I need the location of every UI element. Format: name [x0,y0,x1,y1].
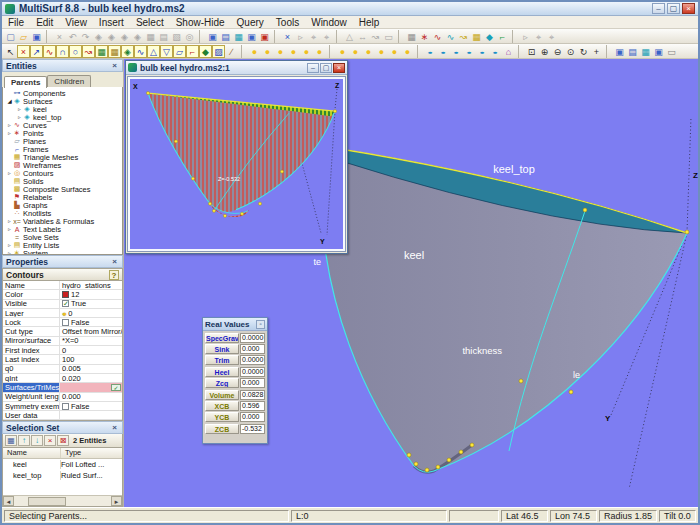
real-value-field-specgrav[interactable]: 0.0000 [240,333,265,343]
property-row-weight-unit-length[interactable]: Weight/unit length0.000 [3,393,122,402]
new-file-icon[interactable]: ▢ [4,30,17,43]
expand-icon[interactable]: ▹ [16,106,23,112]
property-value[interactable]: 12 [60,290,122,298]
cut-icon[interactable]: × [53,30,66,43]
tree-item-triangle-meshes[interactable]: ▦Triangle Meshes [3,153,122,161]
menu-file[interactable]: File [2,16,30,29]
real-value-button-volume[interactable]: Volume [205,390,239,400]
gem-teal-icon[interactable]: ◆ [483,30,496,43]
tree-item-entity-lists[interactable]: ▹▤Entity Lists [3,241,122,249]
view-wireframe-icon[interactable]: ▣ [206,30,219,43]
eval-surface-icon[interactable]: ◈ [118,30,131,43]
property-value[interactable]: ✓ [60,383,122,391]
menu-show-hide[interactable]: Show-Hide [170,16,231,29]
real-value-button-ycb[interactable]: YCB [205,412,239,422]
property-row-qint[interactable]: qInt0.020 [3,374,122,383]
expand-icon[interactable]: ▹ [16,114,23,120]
bulb-toggle-icon[interactable]: ● [313,45,326,58]
pick-2-icon[interactable]: ⌖ [545,30,558,43]
insert-mesh-icon[interactable]: ▦ [108,45,121,58]
minimize-button[interactable]: – [652,3,665,14]
property-value[interactable]: ✓True [60,300,122,308]
inset-restore-button[interactable]: ▢ [320,63,332,73]
expand-icon[interactable]: ▹ [6,242,13,248]
project-icon[interactable]: ▭ [382,30,395,43]
bulb2-show-selected-icon[interactable]: ● [375,45,388,58]
remove-all-icon[interactable]: ⊠ [57,435,69,446]
menu-help[interactable]: Help [353,16,386,29]
property-value[interactable]: *X=0 [60,337,122,345]
property-value[interactable]: 0 [60,346,122,354]
property-value[interactable]: ●0 [60,309,122,317]
bulb-show-all-icon[interactable]: ● [248,45,261,58]
menu-view[interactable]: View [59,16,93,29]
menu-tools[interactable]: Tools [270,16,305,29]
real-value-field-sink[interactable]: 0.000 [240,344,265,354]
redo-icon[interactable]: ↷ [79,30,92,43]
remove-icon[interactable]: × [44,435,56,446]
bulb2-show-icon[interactable]: ● [349,45,362,58]
inset-3d-scene[interactable]: Z=-0.532 X Z Y [130,79,343,249]
open-folder-icon[interactable]: ▱ [17,30,30,43]
property-row-lock[interactable]: LockFalse [3,318,122,327]
property-value[interactable] [60,411,122,419]
expand-icon[interactable]: ▹ [6,226,13,232]
point-red-icon[interactable]: ∗ [418,30,431,43]
selection-row-keel-top[interactable]: keel_topRuled Surf... [3,470,122,481]
property-row-cut-type[interactable]: Cut typeOffset from Mirror/Surfac [3,327,122,336]
bulb2-hide-icon[interactable]: ● [362,45,375,58]
real-value-field-ycb[interactable]: 0.000 [240,412,265,422]
maximize-button[interactable]: ▢ [667,3,680,14]
real-values-title-bar[interactable]: Real Values ▫ [203,318,267,331]
view-home-icon[interactable]: ⌂ [502,45,515,58]
insert-wireframe-icon[interactable]: ▨ [212,45,225,58]
property-row-color[interactable]: Color12 [3,290,122,299]
list-view-icon[interactable]: ▦ [5,435,17,446]
real-value-button-zcb[interactable]: ZCB [205,424,239,434]
property-row-name[interactable]: Namehydro_stations [3,281,122,290]
expand-icon[interactable]: ▹ [6,122,13,128]
window-tile-icon[interactable]: ▤ [626,45,639,58]
drag-point-icon[interactable]: ▹ [294,30,307,43]
insert-solid-icon[interactable]: ◈ [121,45,134,58]
property-value[interactable]: False [60,318,122,326]
bulb-hide-icon[interactable]: ● [274,45,287,58]
insert-circle-icon[interactable]: ○ [69,45,82,58]
mirror-icon[interactable]: ↝ [369,30,382,43]
real-value-button-heel[interactable]: Heel [205,367,239,377]
bulb-show-icon[interactable]: ● [261,45,274,58]
insert-curve-icon[interactable]: ∿ [43,45,56,58]
tree-item-solve-sets[interactable]: =Solve Sets [3,233,122,241]
zoom-in-icon[interactable]: ⊕ [538,45,551,58]
rotate-view-icon[interactable]: ↻ [577,45,590,58]
inset-minimize-button[interactable]: – [307,63,319,73]
real-values-dialog[interactable]: Real Values ▫ SpecGrav0.0000Sink0.000Tri… [202,317,268,444]
move-up-icon[interactable]: ↑ [18,435,30,446]
view-multi-icon[interactable]: ▣ [245,30,258,43]
real-value-button-xcb[interactable]: XCB [205,401,239,411]
tab-parents[interactable]: Parents [4,76,47,88]
menu-query[interactable]: Query [231,16,270,29]
insert-spline-icon[interactable]: ∿ [134,45,147,58]
insert-surface-icon[interactable]: ▦ [95,45,108,58]
selection-row-keel[interactable]: keelFoil Lofted ... [3,459,122,470]
eval-solid-icon[interactable]: ◈ [131,30,144,43]
menu-select[interactable]: Select [130,16,170,29]
confirm-icon[interactable]: ✓ [111,384,121,391]
save-icon[interactable]: ▣ [30,30,43,43]
insert-gem-icon[interactable]: ◆ [199,45,212,58]
tree-item-variables-formulas[interactable]: ▹x=Variables & Formulas [3,217,122,225]
insert-plane-icon[interactable]: ▱ [173,45,186,58]
property-row-layer[interactable]: Layer●0 [3,309,122,318]
property-value[interactable]: 0.000 [60,393,122,401]
real-value-button-sink[interactable]: Sink [205,344,239,354]
check-model-icon[interactable]: ▦ [144,30,157,43]
insert-triangle-icon[interactable]: △ [147,45,160,58]
menu-window[interactable]: Window [305,16,353,29]
insert-frame-icon[interactable]: ⌐ [186,45,199,58]
insert-arc-icon[interactable]: ∩ [56,45,69,58]
real-value-field-heel[interactable]: 0.0000 [240,367,265,377]
scroll-right-icon[interactable]: ► [111,496,122,506]
tree-item-components[interactable]: ⊶Components [3,89,122,97]
real-value-field-zcb[interactable]: -0.532 [240,424,265,434]
